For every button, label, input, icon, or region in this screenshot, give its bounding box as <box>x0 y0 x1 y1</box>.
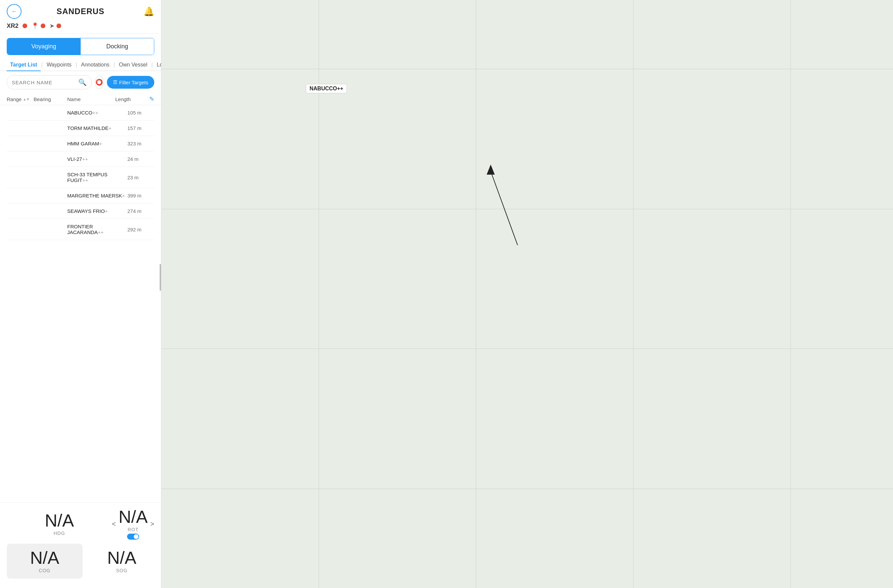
status-dot-3 <box>56 24 61 28</box>
row-name-2: HMM GARAM+ <box>67 141 127 146</box>
table-row[interactable]: VLI-27++ 24 m <box>7 152 154 167</box>
table-row[interactable]: SCH-33 TEMPUS FUGIT++ 23 m <box>7 167 154 188</box>
status-group-3: ➤ <box>50 22 61 30</box>
mode-tabs: Voyaging Docking <box>7 38 154 55</box>
rot-prev-arrow[interactable]: < <box>112 520 116 528</box>
table-row[interactable]: MARGRETHE MAERSK+ 399 m <box>7 188 154 204</box>
sog-value: N/A <box>107 549 137 567</box>
ship-arrow <box>487 165 495 175</box>
cog-block: N/A COG <box>7 544 83 579</box>
row-length-3: 24 m <box>127 156 154 162</box>
table-row[interactable]: HMM GARAM+ 323 m <box>7 136 154 152</box>
rot-next-arrow[interactable]: > <box>150 520 154 528</box>
table-row[interactable]: NABUCCO++ 105 m <box>7 105 154 120</box>
cog-label: COG <box>39 568 50 573</box>
search-input[interactable] <box>12 80 76 85</box>
ship-label-nabucco[interactable]: NABUCCO++ <box>306 84 347 93</box>
col-header-edit[interactable]: ✎ <box>142 95 154 103</box>
filter-circle-button[interactable]: ⭕ <box>95 75 104 89</box>
app-title: SANDERUS <box>56 7 105 16</box>
row-length-2: 323 m <box>127 141 154 146</box>
filter-circle-icon: ⭕ <box>95 79 103 86</box>
table-row[interactable]: FRONTIER JACARANDA++ 292 m <box>7 219 154 240</box>
nav-tab-own-vessel[interactable]: Own Vessel <box>116 59 150 70</box>
sep-4: | <box>150 59 153 70</box>
row-name-3: VLI-27++ <box>67 156 127 162</box>
status-group-1 <box>23 24 27 28</box>
tab-voyaging[interactable]: Voyaging <box>7 38 81 55</box>
back-icon: ← <box>11 8 17 15</box>
search-box: 🔍 <box>7 75 92 89</box>
send-icon: ➤ <box>50 22 54 30</box>
search-icon[interactable]: 🔍 <box>78 78 87 86</box>
back-button[interactable]: ← <box>7 4 21 19</box>
left-panel: ← SANDERUS 🔔 XR2 📍 ➤ Voyaging Docking Ta… <box>0 0 161 588</box>
table-row[interactable]: SEAWAYS FRIO+ 274 m <box>7 204 154 219</box>
row-name-7: FRONTIER JACARANDA++ <box>67 224 127 235</box>
scroll-indicator[interactable] <box>159 264 161 291</box>
notification-icon[interactable]: 🔔 <box>143 6 154 17</box>
row-name-4: SCH-33 TEMPUS FUGIT++ <box>67 172 127 183</box>
rot-label: ROT <box>128 527 139 532</box>
sog-label: SOG <box>116 568 127 573</box>
table-row[interactable]: TORM MATHILDE+ 157 m <box>7 120 154 136</box>
hdg-value: N/A <box>45 512 74 529</box>
row-name-1: TORM MATHILDE+ <box>67 125 127 131</box>
status-group-2: 📍 <box>31 22 45 30</box>
filter-targets-button[interactable]: ☰ Filter Targets <box>107 76 154 88</box>
ship-trajectory-line <box>491 171 517 245</box>
rot-toggle[interactable] <box>127 534 139 540</box>
col-header-length: Length <box>115 96 142 102</box>
status-dot-2 <box>41 24 45 28</box>
header: ← SANDERUS 🔔 <box>0 0 161 20</box>
status-bar: XR2 📍 ➤ <box>0 20 161 34</box>
nav-tab-target-list[interactable]: Target List <box>7 59 41 70</box>
vessel-id: XR2 <box>7 22 18 30</box>
row-length-7: 292 m <box>127 226 154 232</box>
target-list: NABUCCO++ 105 m TORM MATHILDE+ 157 m HMM… <box>0 105 161 502</box>
location-icon: 📍 <box>31 22 39 30</box>
instrument-row-2: N/A COG N/A SOG <box>7 544 154 579</box>
nav-tab-annotations[interactable]: Annotations <box>78 59 113 70</box>
hdg-block: N/A HDG <box>7 512 112 536</box>
col-header-range[interactable]: Range ▲▼ <box>7 96 34 102</box>
row-length-0: 105 m <box>127 110 154 116</box>
sep-1: | <box>41 59 44 70</box>
sog-block: N/A SOG <box>89 549 155 573</box>
filter-lines-icon: ☰ <box>113 79 117 85</box>
cog-value: N/A <box>30 549 59 567</box>
row-name-0: NABUCCO++ <box>67 110 127 116</box>
row-name-5: MARGRETHE MAERSK+ <box>67 193 127 198</box>
nav-tab-waypoints[interactable]: Waypoints <box>44 59 75 70</box>
sep-2: | <box>75 59 78 70</box>
col-header-bearing: Bearing <box>34 96 67 102</box>
search-area: 🔍 ⭕ ☰ Filter Targets <box>0 71 161 93</box>
col-header-name: Name <box>67 96 115 102</box>
rot-block: N/A ROT <box>119 508 148 540</box>
rot-value: N/A <box>119 508 148 525</box>
map-svg <box>161 0 893 588</box>
nav-tabs: Target List | Waypoints | Annotations | … <box>0 59 161 71</box>
edit-icon: ✎ <box>149 95 154 103</box>
instrument-row-1: N/A HDG < N/A ROT > <box>7 508 154 540</box>
map-panel[interactable]: NABUCCO++ <box>161 0 893 588</box>
row-name-6: SEAWAYS FRIO+ <box>67 208 127 214</box>
rot-nav: < N/A ROT > <box>112 508 154 540</box>
row-length-4: 23 m <box>127 175 154 180</box>
status-dot-1 <box>23 24 27 28</box>
hdg-label: HDG <box>53 531 65 536</box>
sort-arrows-range: ▲▼ <box>23 98 30 101</box>
instrument-panel: N/A HDG < N/A ROT > N/A COG N/A <box>0 502 161 588</box>
row-length-5: 399 m <box>127 193 154 198</box>
table-header: Range ▲▼ Bearing Name Length ✎ <box>0 93 161 105</box>
filter-targets-label: Filter Targets <box>119 80 148 85</box>
row-length-1: 157 m <box>127 125 154 131</box>
sep-3: | <box>113 59 116 70</box>
tab-docking[interactable]: Docking <box>81 38 154 55</box>
row-length-6: 274 m <box>127 208 154 214</box>
